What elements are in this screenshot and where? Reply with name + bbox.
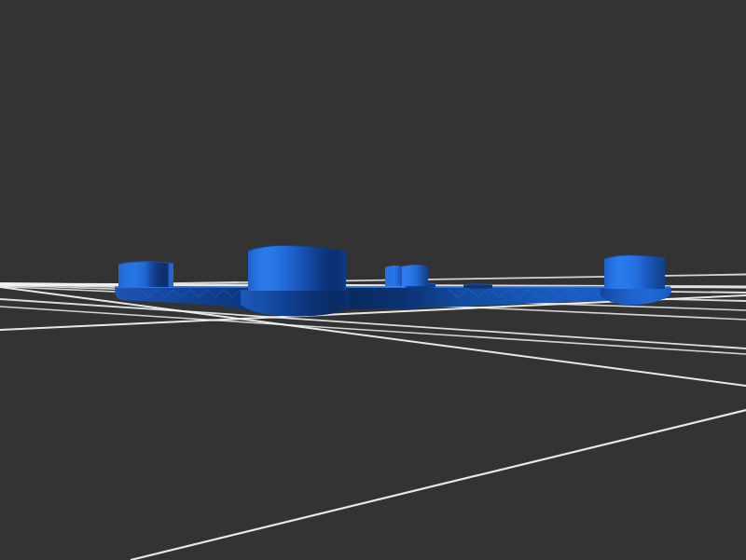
mid-boss-cylinder-left bbox=[385, 266, 404, 286]
mid-boss-cylinder-right bbox=[402, 265, 428, 286]
left-boss-cylinder bbox=[118, 262, 173, 287]
scene-canvas bbox=[0, 0, 746, 560]
right-boss-cylinder bbox=[604, 255, 665, 289]
big-boss-cylinder bbox=[248, 245, 346, 291]
viewport-3d[interactable] bbox=[0, 0, 746, 560]
